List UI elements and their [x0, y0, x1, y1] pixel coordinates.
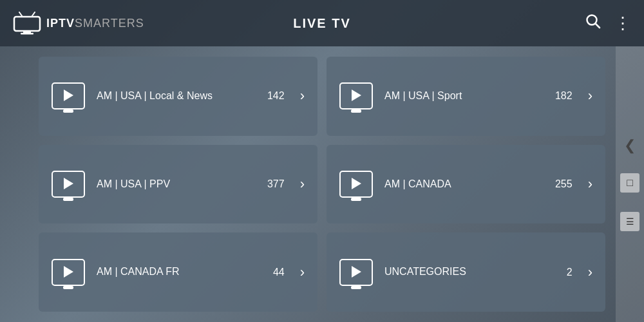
- tv-icon-0: [52, 82, 85, 109]
- tv-icon-2: [52, 171, 85, 198]
- tv-icon-1: [339, 82, 373, 109]
- channel-card-4[interactable]: AM | CANADA FR 44 ›: [39, 232, 317, 312]
- chevron-icon-3: ›: [588, 176, 592, 193]
- play-icon-2: [64, 178, 73, 189]
- channel-card-3[interactable]: AM | CANADA 255 ›: [327, 145, 605, 224]
- play-icon-0: [64, 90, 73, 101]
- channel-count-5: 2: [567, 267, 573, 278]
- play-icon-4: [64, 266, 73, 278]
- channel-name-4: AM | CANADA FR: [97, 265, 261, 279]
- side-panel: ❮ □ ☰: [616, 46, 644, 322]
- logo-text: IPTVSMARTERS: [46, 17, 144, 30]
- svg-rect-0: [14, 17, 40, 31]
- tv-icon-5: [339, 259, 373, 286]
- channel-name-0: AM | USA | Local & News: [97, 90, 256, 103]
- chevron-icon-5: ›: [588, 264, 592, 281]
- header: IPTVSMARTERS LIVE TV ⋮: [0, 0, 644, 46]
- page-title: LIVE TV: [293, 16, 351, 31]
- svg-line-6: [596, 24, 600, 28]
- channel-count-4: 44: [273, 267, 285, 278]
- channel-count-0: 142: [267, 90, 285, 102]
- channel-name-5: UNCATEGORIES: [384, 265, 555, 279]
- svg-rect-4: [21, 33, 33, 35]
- play-icon-1: [352, 90, 361, 101]
- more-options-icon[interactable]: ⋮: [614, 14, 631, 33]
- channel-grid: AM | USA | Local & News 142 › AM | USA |…: [0, 46, 644, 322]
- chevron-icon-4: ›: [300, 264, 305, 281]
- play-icon-5: [352, 266, 361, 278]
- chevron-icon-1: ›: [588, 88, 592, 104]
- logo: IPTVSMARTERS: [13, 12, 144, 35]
- channel-count-3: 255: [555, 178, 573, 190]
- search-icon[interactable]: [585, 13, 601, 33]
- play-icon-3: [352, 178, 361, 189]
- chevron-icon-0: ›: [300, 88, 305, 104]
- channel-card-1[interactable]: AM | USA | Sport 182 ›: [327, 57, 605, 136]
- collapse-icon[interactable]: ❮: [624, 137, 636, 154]
- channel-name-3: AM | CANADA: [384, 178, 544, 191]
- channel-card-0[interactable]: AM | USA | Local & News 142 ›: [39, 57, 317, 136]
- channel-count-1: 182: [555, 90, 573, 102]
- chevron-icon-2: ›: [300, 176, 305, 193]
- header-actions: ⋮: [585, 13, 631, 33]
- channel-card-2[interactable]: AM | USA | PPV 377 ›: [39, 145, 317, 224]
- square-icon[interactable]: □: [620, 173, 639, 193]
- channel-name-1: AM | USA | Sport: [384, 90, 544, 103]
- channel-count-2: 377: [267, 178, 285, 190]
- tv-icon-3: [339, 171, 373, 198]
- channel-name-2: AM | USA | PPV: [97, 178, 256, 191]
- tv-icon-4: [52, 259, 85, 286]
- logo-icon: [13, 12, 41, 35]
- channel-card-5[interactable]: UNCATEGORIES 2 ›: [327, 232, 605, 312]
- hamburger-icon[interactable]: ☰: [620, 212, 639, 231]
